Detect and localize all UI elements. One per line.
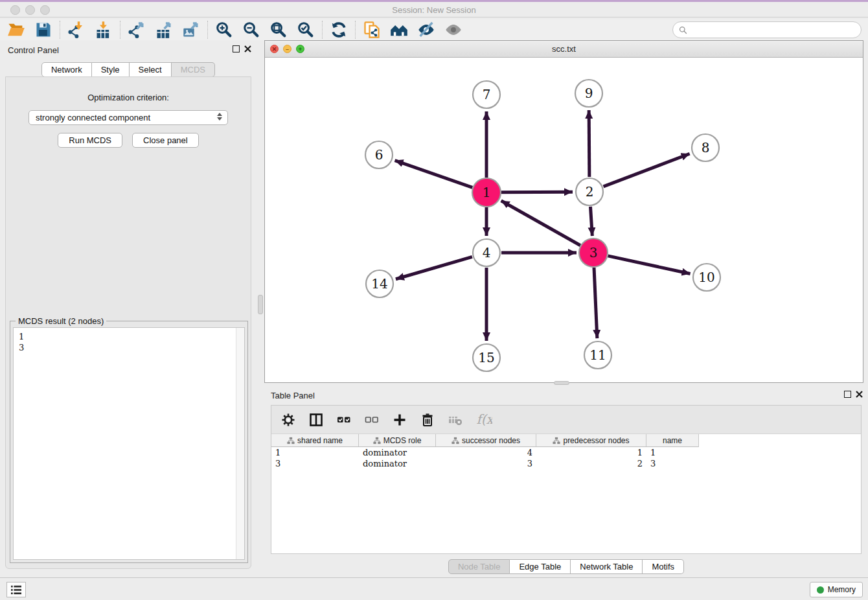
graph-node-14[interactable]: 14 (366, 270, 393, 297)
delete-button[interactable] (418, 411, 437, 429)
svg-text:f(x): f(x) (477, 411, 493, 426)
graph-node-11[interactable]: 11 (584, 341, 611, 369)
zoom-fit-button[interactable] (269, 20, 288, 40)
status-bar: Memory (0, 577, 868, 600)
search-input[interactable] (688, 23, 861, 36)
graph-node-7[interactable]: 7 (473, 81, 500, 108)
memory-button[interactable]: Memory (810, 582, 863, 597)
float-panel-icon[interactable] (233, 45, 240, 52)
column-header-label: predecessor nodes (563, 436, 629, 445)
tab-network-table[interactable]: Network Table (571, 559, 643, 574)
duplicate-network-button[interactable] (362, 20, 382, 40)
table-cell[interactable]: 3 (436, 458, 536, 469)
column-header-label: MCDS role (383, 436, 422, 445)
table-tabs: Node TableEdge TableNetwork TableMotifs (264, 559, 868, 574)
vertical-splitter-handle[interactable] (258, 295, 263, 314)
search-box[interactable] (672, 21, 862, 38)
table-cell[interactable]: 1 (271, 447, 359, 458)
import-network-button[interactable] (67, 20, 86, 40)
network-window-titlebar[interactable]: ✕ – + scc.txt (265, 41, 863, 58)
graph-edge-2-3[interactable] (590, 207, 592, 236)
network-graph[interactable]: 7968124314101511 (265, 58, 863, 382)
result-scrollbar[interactable] (236, 328, 244, 559)
svg-text:14: 14 (371, 276, 387, 292)
task-history-button[interactable] (6, 582, 26, 597)
import-table-button[interactable] (94, 20, 113, 40)
save-button[interactable] (34, 20, 53, 40)
select-all-button[interactable] (335, 411, 353, 429)
graph-edge-3-11[interactable] (594, 268, 597, 338)
column-header-successor-nodes[interactable]: successor nodes (436, 434, 536, 446)
zoom-selected-button[interactable] (296, 20, 315, 40)
export-image-button[interactable] (181, 20, 201, 40)
graph-node-2[interactable]: 2 (576, 178, 603, 205)
table-cell[interactable]: 1 (646, 447, 699, 458)
zoom-out-button[interactable] (242, 20, 261, 40)
graph-node-4[interactable]: 4 (473, 239, 500, 266)
graph-edge-2-8[interactable] (604, 154, 690, 187)
mcds-result-textarea[interactable]: 13 (13, 327, 245, 560)
open-file-button[interactable] (6, 20, 26, 40)
add-button[interactable] (391, 411, 409, 429)
table-row[interactable]: 3dominator323 (271, 458, 699, 469)
graph-node-15[interactable]: 15 (473, 344, 500, 371)
float-table-panel-icon[interactable] (844, 391, 851, 398)
hide-selected-button[interactable] (417, 20, 436, 40)
table-cell[interactable]: 3 (271, 458, 359, 469)
graph-node-10[interactable]: 10 (693, 264, 720, 291)
table-cell[interactable]: dominator (359, 458, 436, 469)
tab-select[interactable]: Select (130, 62, 172, 77)
graph-node-6[interactable]: 6 (365, 141, 393, 168)
select-all-icon (336, 412, 352, 428)
graph-edge-4-14[interactable] (396, 257, 472, 279)
svg-text:4: 4 (483, 245, 491, 260)
zoom-fit-icon (269, 21, 288, 39)
graph-edge-1-6[interactable] (395, 161, 473, 188)
table-cell[interactable]: 3 (646, 458, 699, 469)
network-canvas[interactable]: 7968124314101511 (265, 58, 863, 382)
column-header-predecessor-nodes[interactable]: predecessor nodes (536, 434, 646, 446)
columns-button[interactable] (307, 411, 325, 429)
network-view-window: ✕ – + scc.txt 7968124314101511 (264, 40, 863, 383)
tab-mcds[interactable]: MCDS (172, 62, 215, 77)
gear-button[interactable] (279, 411, 297, 429)
close-table-panel-icon[interactable] (856, 391, 863, 398)
export-table-button[interactable] (154, 20, 174, 40)
graph-edge-3-1[interactable] (501, 201, 580, 246)
application-window: Session: New Session Control Panel Netwo… (0, 0, 868, 600)
deselect-all-button[interactable] (363, 411, 381, 429)
graph-node-1[interactable]: 1 (472, 178, 501, 207)
column-header-shared-name[interactable]: shared name (271, 434, 359, 446)
tab-edge-table[interactable]: Edge Table (510, 559, 571, 574)
table-cell[interactable]: 4 (436, 447, 536, 458)
table-cell[interactable]: dominator (359, 447, 436, 458)
close-panel-icon[interactable] (244, 45, 251, 52)
tab-style[interactable]: Style (92, 62, 130, 77)
graph-node-8[interactable]: 8 (692, 134, 719, 161)
zoom-in-button[interactable] (214, 20, 234, 40)
export-network-button[interactable] (127, 20, 146, 40)
run-mcds-button[interactable]: Run MCDS (58, 133, 122, 148)
graph-edge-3-10[interactable] (608, 256, 690, 274)
column-header-MCDS-role[interactable]: MCDS role (359, 434, 436, 446)
close-panel-button[interactable]: Close panel (132, 133, 199, 148)
tab-node-table[interactable]: Node Table (448, 559, 510, 574)
column-type-icon (553, 437, 560, 444)
tab-network[interactable]: Network (41, 62, 92, 77)
column-header-name[interactable]: name (646, 434, 699, 446)
graph-node-3[interactable]: 3 (579, 238, 608, 267)
tab-motifs[interactable]: Motifs (643, 559, 684, 574)
horizontal-splitter-handle[interactable] (554, 381, 569, 385)
show-all-button[interactable] (444, 20, 463, 40)
node-table[interactable]: shared nameMCDS rolesuccessor nodesprede… (271, 434, 861, 469)
control-panel-tabs: NetworkStyleSelectMCDS (0, 62, 257, 77)
criterion-select[interactable]: strongly connected component (29, 110, 228, 125)
table-row[interactable]: 1dominator411 (271, 447, 699, 458)
table-cell[interactable]: 2 (536, 458, 646, 469)
graph-edge-1-2[interactable] (501, 192, 573, 192)
graph-node-9[interactable]: 9 (575, 80, 602, 107)
table-cell[interactable]: 1 (536, 447, 646, 458)
refresh-button[interactable] (329, 20, 348, 40)
first-neighbors-button[interactable] (389, 20, 409, 40)
graph-edge-2-9[interactable] (589, 110, 589, 177)
